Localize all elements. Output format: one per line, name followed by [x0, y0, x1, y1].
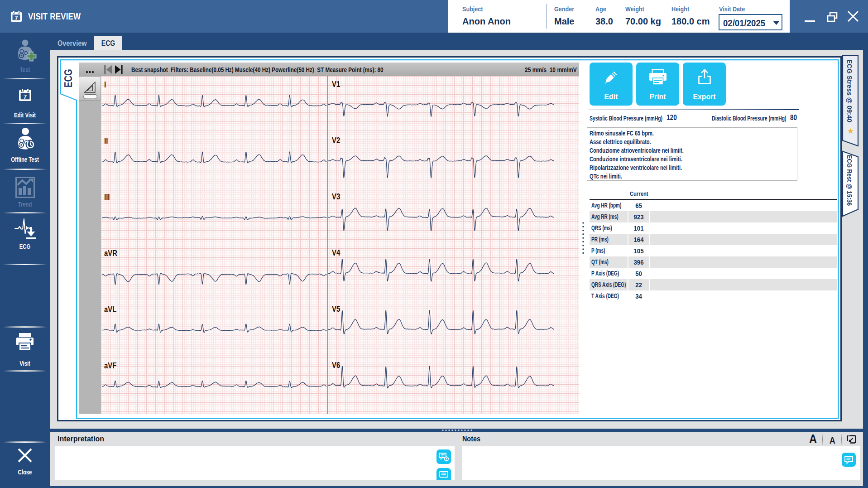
svg-text:7: 7 [15, 15, 18, 21]
svg-text:7: 7 [24, 93, 27, 100]
